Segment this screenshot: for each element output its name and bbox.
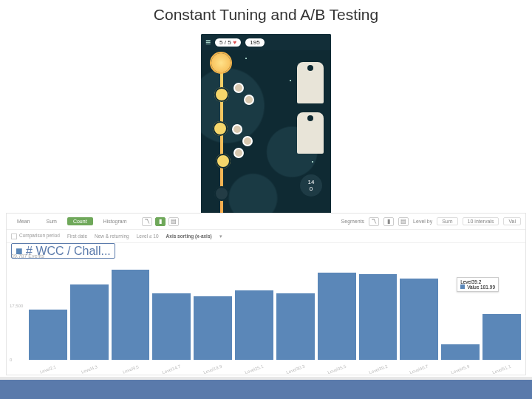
x-tick-label: Level25.1 <box>236 361 273 378</box>
chart-bar[interactable] <box>441 344 480 360</box>
segments-label: Segments <box>341 219 365 224</box>
analytics-toolbar: Mean Sum Count Histogram 〽 ▮ ▤ Segments … <box>7 214 525 230</box>
line-chart-icon[interactable]: 〽 <box>369 217 379 226</box>
chart-bar[interactable] <box>29 310 67 360</box>
filter-new-returning[interactable]: New & returning <box>95 233 129 239</box>
level-by-label: Level by <box>413 219 432 224</box>
star-dot <box>290 80 291 81</box>
y-tick: 17,500 <box>10 304 23 308</box>
badge-bottom: 0 <box>310 185 313 192</box>
x-tick-label: Level19.9 <box>194 361 232 378</box>
tooltip-category: Level39.2 <box>460 279 495 284</box>
tooltip-value: 181.99 <box>480 284 495 290</box>
intervals-select[interactable]: 10 intervals <box>463 217 499 225</box>
chart-bar[interactable] <box>235 290 273 360</box>
chart-tooltip: Level39.2 Value 181.99 <box>457 277 499 292</box>
x-tick-label: Level2.1 <box>30 361 67 378</box>
heart-icon: ♥ <box>233 39 237 46</box>
tooltip-metric: Value <box>467 284 479 290</box>
filter-first-date[interactable]: First date <box>67 233 87 239</box>
menu-icon[interactable]: ≡ <box>205 37 211 47</box>
value-select[interactable]: Val <box>503 217 521 225</box>
progress-badge: 14 0 <box>300 174 322 197</box>
x-tick-label: Level4.3 <box>70 361 108 378</box>
game-hud: ≡ 5 / 5 ♥ 195 <box>201 34 331 50</box>
sort-label[interactable]: Axis sorting (x-axis) <box>166 233 212 239</box>
chart-bar[interactable] <box>400 279 438 360</box>
game-map[interactable]: 14 0 70 ★ <box>201 50 331 235</box>
rocket-icon <box>297 62 324 103</box>
game-screenshot: ≡ 5 / 5 ♥ 195 14 <box>201 34 331 235</box>
line-chart-icon[interactable]: 〽 <box>142 217 152 226</box>
star-dot <box>245 58 247 59</box>
level-by-select[interactable]: Sum <box>437 217 457 225</box>
chart-bar[interactable] <box>152 293 191 360</box>
chart-bar[interactable] <box>318 273 356 360</box>
tab-sum[interactable]: Sum <box>41 217 63 225</box>
chart-bar[interactable] <box>276 293 315 360</box>
chart-bar[interactable] <box>112 270 150 360</box>
bar-chart: 17,500 0 Level39.2 Value 181.99 <box>29 256 521 360</box>
tab-histogram[interactable]: Histogram <box>98 217 133 225</box>
x-tick-label: Level30.3 <box>277 361 315 378</box>
friend-avatar[interactable] <box>242 136 253 146</box>
lives-pill: 5 / 5 ♥ <box>215 38 241 47</box>
stacked-bar-icon[interactable]: ▤ <box>398 217 409 226</box>
x-tick-label: Level9.5 <box>112 361 149 378</box>
tab-mean[interactable]: Mean <box>11 217 36 225</box>
star-dot <box>312 161 313 163</box>
chart-bar[interactable] <box>194 296 232 360</box>
sort-desc-icon[interactable]: ▾ <box>219 233 222 239</box>
friend-avatar[interactable] <box>233 148 244 158</box>
analytics-panel: Mean Sum Count Histogram 〽 ▮ ▤ Segments … <box>6 213 526 375</box>
level-node[interactable] <box>214 87 229 102</box>
series-color-swatch <box>460 284 465 289</box>
filter-level[interactable]: Level ≤ 10 <box>137 233 159 239</box>
friend-avatar[interactable] <box>244 95 254 105</box>
chart-bar[interactable] <box>482 314 521 360</box>
currency-pill: 195 <box>245 38 264 47</box>
x-tick-label: Level45.9 <box>442 361 480 378</box>
tab-count[interactable]: Count <box>67 217 93 225</box>
level-node-locked[interactable] <box>214 186 229 201</box>
chart-bar[interactable] <box>70 284 109 360</box>
chart-type-switch: 〽 ▮ ▤ <box>142 217 179 226</box>
stacked-bar-icon[interactable]: ▤ <box>168 217 179 226</box>
x-tick-label: Level35.5 <box>318 361 355 378</box>
compare-toggle[interactable]: Comparison period <box>11 233 60 239</box>
level-node-current[interactable] <box>211 53 231 72</box>
chart-bar[interactable] <box>359 274 398 360</box>
x-axis-labels: Level2.1Level4.3Level9.5Level14.7Level19… <box>29 367 521 372</box>
slide-title: Constant Tuning and A/B Testing <box>0 6 532 24</box>
rocket-icon <box>297 112 324 154</box>
x-tick-label: Level40.7 <box>400 361 438 378</box>
badge-top: 14 <box>308 179 315 185</box>
aggregation-tabs: Mean Sum Count Histogram <box>7 217 133 225</box>
x-tick-label: Level51.1 <box>483 361 521 378</box>
filter-bar: Comparison period First date New & retur… <box>7 230 525 243</box>
friend-avatar[interactable] <box>233 83 244 93</box>
slide-footer <box>0 380 532 399</box>
friend-avatar[interactable] <box>232 124 242 134</box>
x-tick-label: Level39.2 <box>359 361 397 378</box>
level-node[interactable] <box>213 121 228 136</box>
lives-value: 5 / 5 <box>219 39 231 46</box>
level-node[interactable] <box>216 154 231 168</box>
x-tick-label: Level14.7 <box>153 361 191 378</box>
y-tick: 0 <box>10 358 12 362</box>
bar-chart-icon[interactable]: ▮ <box>383 217 394 226</box>
bar-chart-icon[interactable]: ▮ <box>155 217 166 226</box>
